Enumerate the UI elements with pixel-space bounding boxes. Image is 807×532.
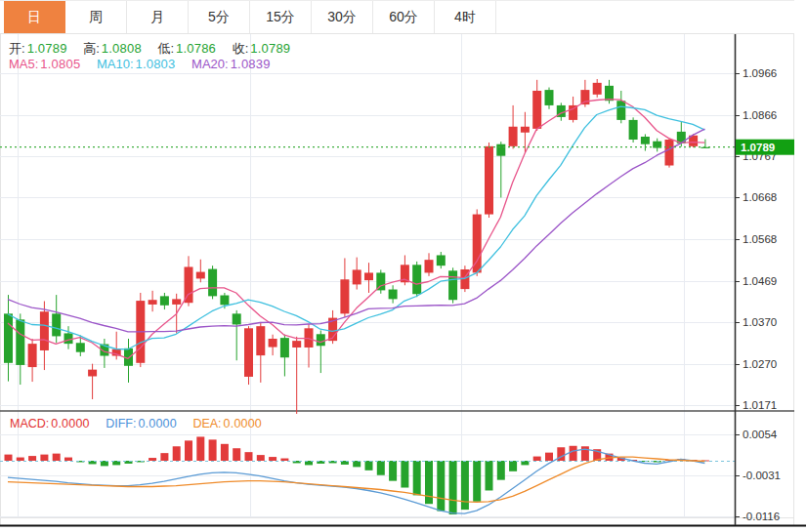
tab-weekly[interactable]: 周 — [65, 1, 127, 33]
tab-daily[interactable]: 日 — [4, 1, 65, 33]
price-axis-label: 1.0866 — [743, 109, 777, 121]
macd-axis-label: -0.0031 — [743, 470, 781, 481]
price-axis-label: 1.0171 — [743, 399, 777, 411]
price-axis-label: 1.0966 — [743, 67, 777, 79]
tab-4hour[interactable]: 4时 — [435, 1, 496, 33]
tab-5min[interactable]: 5分 — [189, 1, 250, 33]
macd-axis-label: 0.0054 — [743, 429, 778, 440]
price-axis-label: 1.0270 — [743, 358, 777, 370]
candlestick-chart-app: 1.09661.08661.07671.06681.05681.04691.03… — [0, 0, 807, 532]
chart-plot-area[interactable] — [0, 34, 735, 517]
price-axis-label: 1.0568 — [743, 233, 777, 245]
price-axis-label: 1.0668 — [743, 191, 777, 203]
tab-15min[interactable]: 15分 — [250, 1, 312, 33]
price-axis-label: 1.0370 — [743, 316, 777, 328]
chart-canvas: 1.09661.08661.07671.06681.05681.04691.03… — [0, 0, 807, 532]
price-axis-label: 1.0469 — [743, 275, 777, 287]
macd-axis-label: -0.0116 — [743, 511, 780, 522]
current-price-badge-value: 1.0789 — [741, 142, 775, 153]
tab-60min[interactable]: 60分 — [373, 1, 435, 33]
tab-monthly[interactable]: 月 — [127, 1, 189, 33]
tab-30min[interactable]: 30分 — [312, 1, 373, 33]
timeframe-tabbar: 日周月5分15分30分60分4时 — [0, 0, 794, 34]
